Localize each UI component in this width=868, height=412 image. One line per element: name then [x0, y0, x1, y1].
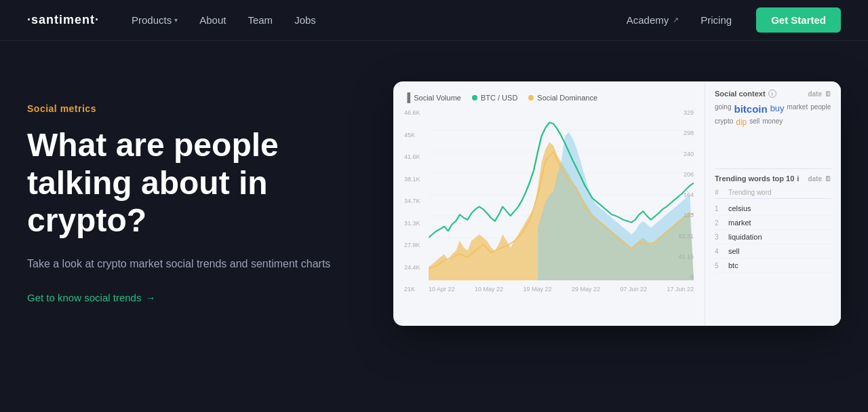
table-row: 4 sell	[715, 244, 831, 259]
trending-table-header: # Trending word	[715, 187, 831, 199]
nav-academy[interactable]: Academy ↗	[618, 9, 688, 31]
rank-3: 3	[715, 233, 728, 241]
main-content: Social metrics What are people talking a…	[0, 41, 868, 353]
y-axis-labels: 46.6K 45K 41.6K 38.1K 34.7K 31.3K 27.9K …	[404, 109, 429, 293]
bar-icon: ▐	[404, 92, 410, 102]
legend-btc: BTC / USD	[472, 94, 517, 102]
chart-svg	[429, 109, 694, 280]
x-axis-labels: 10 Apr 22 10 May 22 19 May 22 29 May 22 …	[429, 286, 694, 293]
legend-dominance: Social Dominance	[528, 94, 597, 102]
word-buy: buy	[770, 103, 785, 115]
word-liquidation: liquidation	[728, 233, 831, 241]
date-label: date	[808, 90, 822, 98]
calendar-icon: 🗓	[825, 90, 831, 98]
word-dip: dip	[736, 117, 747, 127]
social-context-title: Social context i date 🗓	[715, 90, 831, 98]
nav-links: Products ▾ About Team Jobs	[123, 9, 324, 31]
trending-calendar-icon: 🗓	[825, 175, 831, 183]
word-people: people	[810, 103, 831, 115]
hero-description: Take a look at crypto market social tren…	[27, 255, 353, 273]
section-label: Social metrics	[27, 103, 353, 114]
word-crypto: crypto	[715, 117, 733, 127]
dot-icon	[472, 95, 477, 100]
word-sell: sell	[749, 117, 760, 127]
chart-sidebar: Social context i date 🗓 going bitcoin bu…	[705, 81, 841, 326]
external-link-icon: ↗	[673, 16, 679, 24]
divider	[715, 168, 831, 169]
word-btc: btc	[728, 261, 831, 269]
hero-headline: What are people talking about in crypto?	[27, 126, 353, 239]
info-icon: i	[768, 90, 776, 98]
word-sell: sell	[728, 247, 831, 255]
cta-link[interactable]: Get to know social trends →	[27, 292, 155, 303]
navbar: ·santiment· Products ▾ About Team Jobs A…	[0, 0, 868, 41]
trending-date-label: date	[808, 175, 822, 183]
chart-area: 46.6K 45K 41.6K 38.1K 34.7K 31.3K 27.9K …	[404, 109, 694, 293]
rank-2: 2	[715, 219, 728, 227]
dot-icon	[528, 95, 534, 100]
y-axis-right-labels: 329 298 240 206 164 123 82.31 41.15 0	[669, 109, 694, 280]
legend-social-volume: ▐ Social Volume	[404, 92, 461, 102]
get-started-button[interactable]: Get Started	[756, 7, 841, 33]
col-word-header: Trending word	[728, 189, 831, 196]
rank-1: 1	[715, 205, 728, 212]
nav-products[interactable]: Products ▾	[123, 9, 186, 31]
rank-4: 4	[715, 248, 728, 255]
word-bitcoin: bitcoin	[734, 103, 767, 115]
nav-left: ·santiment· Products ▾ About Team Jobs	[27, 9, 324, 31]
hero-left: Social metrics What are people talking a…	[27, 103, 353, 303]
table-row: 3 liquidation	[715, 230, 831, 244]
table-row: 5 btc	[715, 259, 831, 273]
trending-header: Trending words top 10 i date 🗓	[715, 174, 831, 183]
col-rank-header: #	[715, 189, 728, 196]
chart-card: ▐ Social Volume BTC / USD Social Dominan…	[393, 81, 841, 326]
word-market: market	[728, 219, 831, 227]
nav-team[interactable]: Team	[239, 9, 281, 31]
logo[interactable]: ·santiment·	[27, 13, 99, 27]
word-money: money	[762, 117, 783, 127]
nav-right: Academy ↗ Pricing Get Started	[618, 7, 841, 33]
table-row: 1 celsius	[715, 202, 831, 216]
rank-5: 5	[715, 262, 728, 269]
nav-right-links: Academy ↗ Pricing	[618, 9, 740, 31]
chart-main: ▐ Social Volume BTC / USD Social Dominan…	[393, 81, 705, 326]
trending-info-icon: i	[797, 174, 799, 183]
nav-about[interactable]: About	[191, 9, 234, 31]
word-market: market	[787, 103, 808, 115]
nav-pricing[interactable]: Pricing	[692, 9, 740, 31]
word-celsius: celsius	[728, 204, 831, 212]
chart-legend: ▐ Social Volume BTC / USD Social Dominan…	[404, 92, 694, 102]
nav-jobs[interactable]: Jobs	[286, 9, 324, 31]
chevron-down-icon: ▾	[174, 16, 178, 24]
word-cloud: going bitcoin buy market people crypto d…	[715, 103, 831, 157]
word-going: going	[715, 103, 731, 115]
table-row: 2 market	[715, 216, 831, 230]
